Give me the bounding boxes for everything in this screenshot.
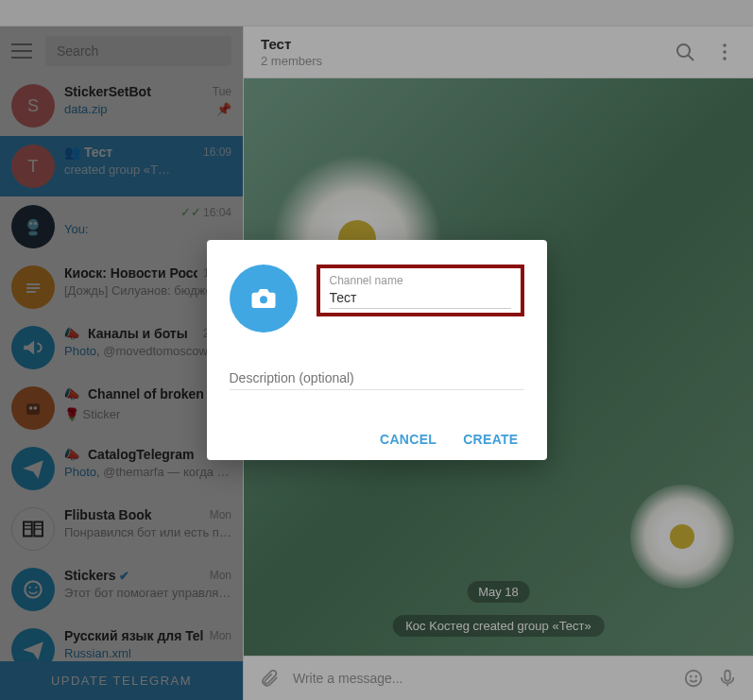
channel-name-field-highlight: Channel name [317,265,524,316]
modal-overlay[interactable]: Channel name CANCEL CREATE [0,0,753,700]
channel-photo-button[interactable] [230,265,298,333]
create-button[interactable]: CREATE [463,432,518,447]
channel-name-input[interactable] [330,287,511,309]
create-channel-modal: Channel name CANCEL CREATE [207,240,547,460]
svg-point-22 [260,296,267,303]
cancel-button[interactable]: CANCEL [380,432,436,447]
modal-actions: CANCEL CREATE [230,432,524,447]
camera-icon [249,284,278,313]
channel-description-input[interactable] [230,367,524,390]
channel-name-label: Channel name [330,274,511,287]
modal-top: Channel name [230,265,524,333]
